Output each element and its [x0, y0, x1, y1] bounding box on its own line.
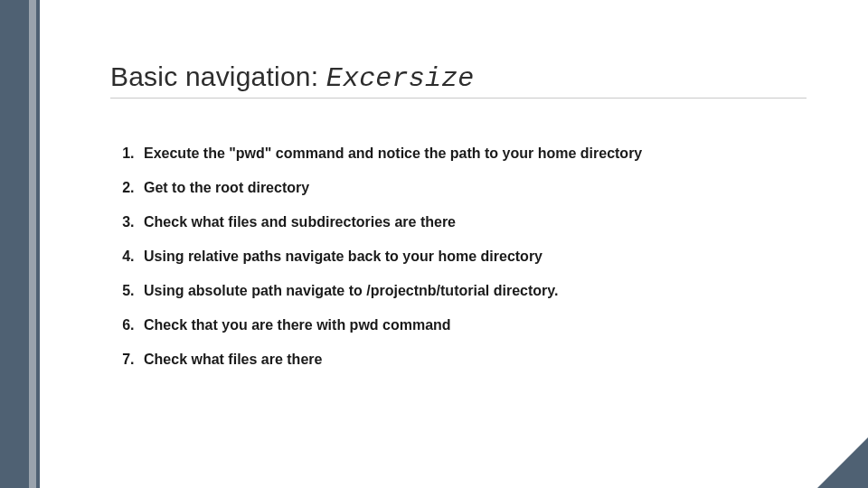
list-item: Using absolute path navigate to /project…	[138, 282, 642, 316]
list-item-text: Check that you are there with pwd comman…	[144, 317, 451, 333]
corner-accent	[817, 437, 868, 488]
list-item: Using relative paths navigate back to yo…	[138, 248, 642, 282]
title-underline	[110, 98, 807, 99]
list-item: Check what files are there	[138, 351, 642, 385]
slide: Basic navigation: Excersize Execute the …	[0, 0, 868, 488]
list-item-text: Check what files are there	[144, 352, 322, 367]
list-item: Check that you are there with pwd comman…	[138, 316, 642, 351]
exercise-list: Execute the "pwd" command and notice the…	[113, 145, 642, 385]
title-prefix: Basic navigation:	[110, 61, 326, 91]
title-mono: Excersize	[326, 63, 475, 94]
list-item-text: Get to the root directory	[144, 180, 309, 195]
list-item-text: Execute the "pwd" command and notice the…	[144, 145, 642, 161]
list-item: Execute the "pwd" command and notice the…	[138, 145, 642, 179]
list-item-text: Using absolute path navigate to /project…	[144, 283, 558, 298]
list-item-text: Using relative paths navigate back to yo…	[144, 249, 542, 264]
slide-title: Basic navigation: Excersize	[110, 61, 475, 94]
list-item: Check what files and subdirectories are …	[138, 213, 642, 248]
left-accent-bar-light	[29, 0, 36, 488]
list-item-text: Check what files and subdirectories are …	[144, 214, 456, 230]
list-item: Get to the root directory	[138, 179, 642, 213]
